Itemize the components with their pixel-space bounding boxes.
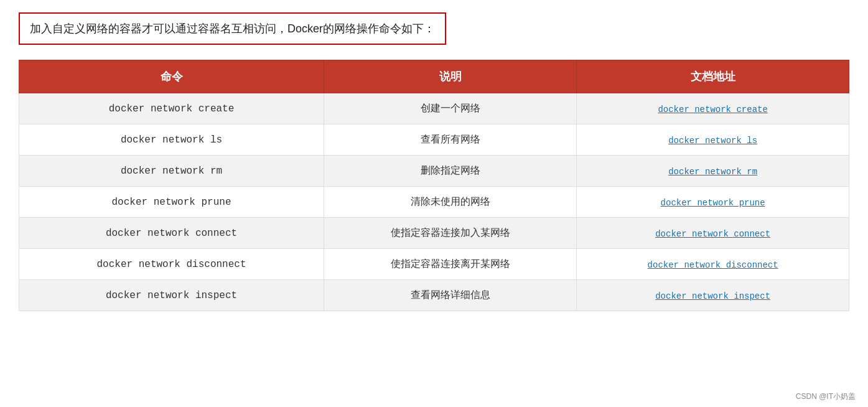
notice-box: 加入自定义网络的容器才可以通过容器名互相访问，Docker的网络操作命令如下： bbox=[19, 12, 446, 45]
watermark: CSDN @IT小奶盖 bbox=[796, 391, 856, 402]
docs-cell: docker network connect bbox=[577, 218, 849, 249]
docs-cell: docker network inspect bbox=[577, 280, 849, 311]
command-cell: docker network prune bbox=[19, 187, 324, 218]
table-row: docker network ls查看所有网络docker network ls bbox=[19, 124, 849, 156]
command-cell: docker network create bbox=[19, 93, 324, 124]
docs-cell: docker network ls bbox=[577, 124, 849, 156]
description-cell: 查看所有网络 bbox=[324, 124, 577, 156]
docs-link[interactable]: docker network ls bbox=[668, 136, 757, 146]
docs-link[interactable]: docker network create bbox=[658, 105, 767, 115]
docs-link[interactable]: docker network connect bbox=[655, 229, 770, 239]
docs-link[interactable]: docker network disconnect bbox=[648, 260, 778, 270]
docs-cell: docker network disconnect bbox=[577, 249, 849, 280]
commands-table: 命令 说明 文档地址 docker network create创建一个网络do… bbox=[19, 60, 849, 311]
header-description: 说明 bbox=[324, 60, 577, 93]
header-command: 命令 bbox=[19, 60, 324, 93]
command-cell: docker network ls bbox=[19, 124, 324, 156]
table-row: docker network rm删除指定网络docker network rm bbox=[19, 156, 849, 187]
description-cell: 删除指定网络 bbox=[324, 156, 577, 187]
docs-link[interactable]: docker network inspect bbox=[655, 291, 770, 301]
table-row: docker network prune清除未使用的网络docker netwo… bbox=[19, 187, 849, 218]
description-cell: 使指定容器连接离开某网络 bbox=[324, 249, 577, 280]
docs-cell: docker network rm bbox=[577, 156, 849, 187]
command-cell: docker network connect bbox=[19, 218, 324, 249]
description-cell: 使指定容器连接加入某网络 bbox=[324, 218, 577, 249]
docs-cell: docker network prune bbox=[577, 187, 849, 218]
table-header-row: 命令 说明 文档地址 bbox=[19, 60, 849, 93]
docs-cell: docker network create bbox=[577, 93, 849, 124]
command-cell: docker network rm bbox=[19, 156, 324, 187]
description-cell: 创建一个网络 bbox=[324, 93, 577, 124]
table-row: docker network create创建一个网络docker networ… bbox=[19, 93, 849, 124]
notice-text: 加入自定义网络的容器才可以通过容器名互相访问，Docker的网络操作命令如下： bbox=[30, 22, 435, 35]
table-row: docker network disconnect使指定容器连接离开某网络doc… bbox=[19, 249, 849, 280]
description-cell: 清除未使用的网络 bbox=[324, 187, 577, 218]
command-cell: docker network disconnect bbox=[19, 249, 324, 280]
table-row: docker network connect使指定容器连接加入某网络docker… bbox=[19, 218, 849, 249]
description-cell: 查看网络详细信息 bbox=[324, 280, 577, 311]
command-cell: docker network inspect bbox=[19, 280, 324, 311]
header-docs: 文档地址 bbox=[577, 60, 849, 93]
table-row: docker network inspect查看网络详细信息docker net… bbox=[19, 280, 849, 311]
docs-link[interactable]: docker network prune bbox=[661, 198, 765, 208]
docs-link[interactable]: docker network rm bbox=[668, 167, 757, 177]
